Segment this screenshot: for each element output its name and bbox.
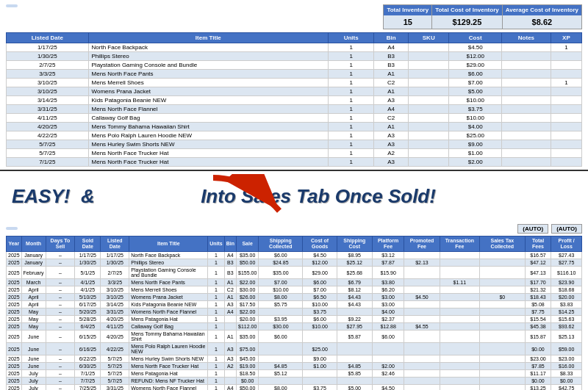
table-cell: $9.00 (449, 140, 502, 148)
table-cell: 1/17/25 (75, 252, 101, 259)
table-cell (224, 370, 236, 378)
table-cell: Callaway Golf Bag (129, 323, 208, 331)
table-row: 2025April–5/10/253/10/25Womens Prana Jac… (7, 294, 582, 301)
summary-col-value: 15 (384, 15, 431, 29)
table-cell: 1 (208, 267, 225, 279)
table-cell: $22.00 (236, 279, 258, 286)
table-cell: $35.00 (259, 267, 303, 279)
table-cell: A4 (224, 385, 236, 390)
sales-col-header: Transaction Fee (440, 236, 480, 252)
table-cell: B3 (374, 60, 409, 69)
table-cell: 1/17/25 (101, 252, 129, 259)
table-cell (404, 308, 440, 316)
table-cell: Mens Hurley Swim Shorts NEW (129, 355, 208, 363)
table-cell: May (21, 308, 46, 316)
table-cell (404, 267, 440, 279)
table-cell: $5.85 (337, 370, 372, 378)
table-cell (404, 316, 440, 323)
table-cell (551, 87, 581, 95)
table-cell: 4/22/25 (7, 131, 89, 140)
table-cell: 5/28/25 (75, 316, 101, 323)
table-cell: – (46, 252, 75, 259)
table-cell (440, 316, 480, 323)
table-cell: $3.00 (372, 301, 404, 308)
inventory-col-header: Units (329, 32, 374, 43)
table-cell: 1 (329, 87, 374, 95)
summary-col-header: Average Cost of Inventory (503, 5, 581, 15)
table-cell (409, 157, 449, 166)
table-cell (502, 113, 551, 122)
table-cell: $4.00 (449, 122, 502, 131)
summary-col: Average Cost of Inventory$8.62 (503, 5, 581, 29)
table-cell (502, 69, 551, 78)
table-cell: 1 (208, 331, 225, 343)
table-cell (409, 60, 449, 69)
inventory-col-header: Bin (374, 32, 409, 43)
table-cell: $23.00 (525, 355, 551, 363)
table-cell: $4.43 (337, 294, 372, 301)
table-cell: $42.75 (551, 385, 582, 390)
table-cell: 2025 (7, 252, 22, 259)
sales-col-header: Shipping Collected (259, 236, 303, 252)
table-cell: Mens Tommy Bahama Hawaiian Shirt (88, 122, 329, 131)
table-cell: 3/31/25 (7, 104, 89, 113)
table-cell: $9.22 (337, 316, 372, 323)
sales-col-header: Platform Fee (372, 236, 404, 252)
table-cell: $25.13 (551, 331, 582, 343)
table-row: 2025April–6/17/253/14/25Kids Patagonia B… (7, 301, 582, 308)
table-cell (502, 60, 551, 69)
table-cell: $4.43 (337, 301, 372, 308)
table-cell (480, 363, 525, 370)
table-cell (440, 267, 480, 279)
table-cell: April (21, 294, 46, 301)
table-cell (259, 378, 303, 385)
sales-col-header: Item Title (129, 236, 208, 252)
table-cell: $3.95 (259, 316, 303, 323)
table-cell: $75.00 (236, 343, 258, 355)
table-cell: $8.12 (337, 286, 372, 294)
table-cell (480, 370, 525, 378)
table-cell: 4/20/25 (101, 316, 129, 323)
sales-header-row-table: YearMonthDays To SellSold DateListed Dat… (7, 236, 582, 252)
table-cell: A3 (224, 301, 236, 308)
table-cell (224, 378, 236, 385)
table-cell: $0.00 (525, 343, 551, 355)
table-cell: $10.00 (303, 323, 337, 331)
table-cell: 7/1/25 (75, 370, 101, 378)
table-cell: $4.50 (303, 252, 337, 259)
table-cell: – (46, 385, 75, 390)
table-row: 2025July–7/1/255/7/25Mens Patagonia Hat1… (7, 370, 582, 378)
table-row: 1/17/25North Face Backpack1A4$4.501 (7, 43, 582, 51)
table-cell: 4/11/25 (101, 323, 129, 331)
table-cell: A1 (374, 69, 409, 78)
inventory-header-row: Total Inventory15Total Cost of Inventory… (6, 4, 582, 29)
table-cell (409, 140, 449, 148)
table-cell: $19.00 (236, 363, 258, 370)
table-cell (440, 286, 480, 294)
table-cell: $10.00 (259, 286, 303, 294)
table-cell: Callaway Golf Bag (88, 113, 329, 122)
table-cell (303, 378, 337, 385)
table-cell (502, 131, 551, 140)
table-cell: $7.00 (303, 286, 337, 294)
table-row: 5/7/25Mens Hurley Swim Shorts NEW1A3$9.0… (7, 140, 582, 148)
summary-col-value: $8.62 (503, 15, 581, 29)
table-cell (440, 343, 480, 355)
table-cell: $25.68 (337, 267, 372, 279)
table-cell (404, 286, 440, 294)
table-cell: $23.90 (551, 279, 582, 286)
sales-table: YearMonthDays To SellSold DateListed Dat… (6, 236, 582, 390)
inventory-header-row-table: Listed DateItem TitleUnitsBinSKUCostNote… (7, 32, 582, 43)
table-cell: C2 (374, 113, 409, 122)
table-cell: $3.83 (551, 301, 582, 308)
table-cell: June (21, 363, 46, 370)
table-cell: – (46, 294, 75, 301)
table-cell: A1 (374, 122, 409, 131)
table-cell (440, 385, 480, 390)
table-cell (502, 87, 551, 95)
table-cell: Mens Patagonia Hat (129, 316, 208, 323)
table-cell (337, 378, 372, 385)
summary-box: Total Inventory15Total Cost of Inventory… (383, 4, 582, 29)
table-cell (502, 95, 551, 104)
table-row: 3/14/25Kids Patagonia Beanie NEW1A3$10.0… (7, 95, 582, 104)
